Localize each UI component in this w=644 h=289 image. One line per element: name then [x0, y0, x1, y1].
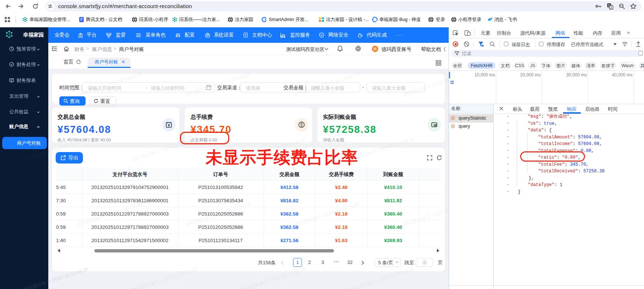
svg-text:文: 文 — [610, 6, 613, 9]
